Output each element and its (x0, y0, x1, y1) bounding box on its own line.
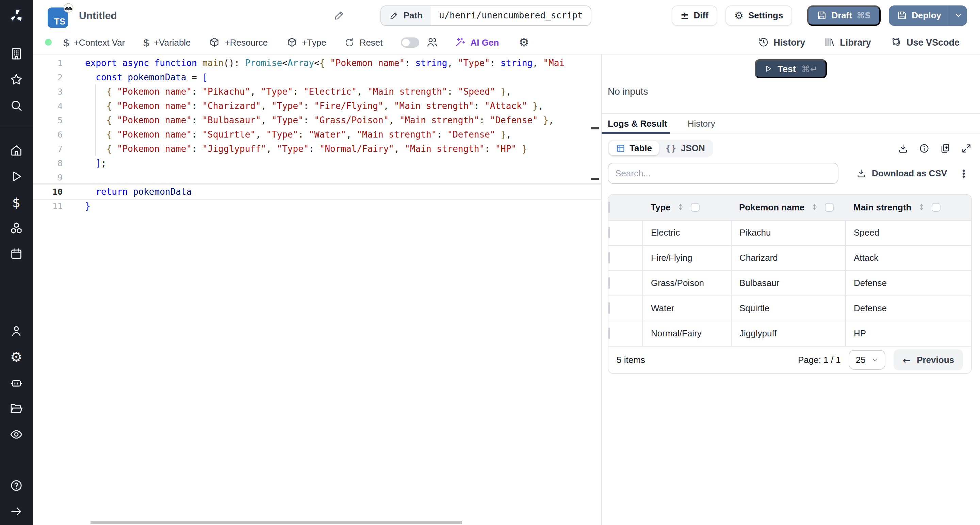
use-vscode-button[interactable]: Use VScode (890, 37, 959, 48)
content-split: 1export async function main(): Promise<A… (33, 54, 980, 525)
topbar: TS Untitled Path (33, 0, 980, 30)
sort-icon[interactable] (917, 203, 926, 212)
chevron-down-icon (872, 356, 879, 364)
page-size-select[interactable]: 25 (849, 350, 886, 370)
expand-icon[interactable] (961, 143, 972, 153)
diff-button[interactable]: ± Diff (671, 5, 717, 26)
table-cell: HP (845, 321, 971, 346)
dollar-icon: $ (63, 37, 69, 48)
row-checkbox[interactable] (608, 277, 610, 289)
code-line[interactable]: 9 (33, 170, 601, 185)
download-csv-button[interactable]: Download as CSV (856, 168, 947, 179)
help-icon[interactable] (0, 477, 33, 494)
test-shortcut: ⌘↵ (801, 64, 818, 74)
column-filter-box[interactable] (825, 203, 834, 212)
code-line[interactable]: 5 { "Pokemon name": "Bulbasaur", "Type":… (33, 113, 601, 127)
copy-clipboard-icon[interactable] (940, 143, 951, 153)
home-icon[interactable] (0, 142, 33, 159)
assistant-toggle[interactable] (401, 37, 420, 47)
more-options-kebab-icon[interactable] (958, 168, 969, 179)
code-editor[interactable]: 1export async function main(): Promise<A… (33, 54, 601, 213)
search-icon[interactable] (0, 97, 33, 114)
overview-ruler-mark (591, 127, 599, 129)
user-icon[interactable] (0, 323, 33, 339)
info-icon[interactable] (919, 143, 930, 153)
code-line[interactable]: 10 return pokemonData (33, 185, 601, 199)
table-row: Fire/FlyingCharizardAttack (608, 245, 971, 270)
eye-icon[interactable] (0, 426, 33, 443)
row-checkbox[interactable] (608, 302, 610, 314)
folder-open-icon[interactable] (0, 401, 33, 417)
reset-button[interactable]: Reset (345, 37, 383, 47)
add-resource-button[interactable]: +Resource (209, 37, 268, 48)
robot-icon[interactable] (0, 375, 33, 391)
add-context-var-button[interactable]: $ +Context Var (63, 37, 125, 48)
row-checkbox[interactable] (608, 227, 610, 238)
code-line[interactable]: 11} (33, 199, 601, 213)
test-button[interactable]: Test ⌘↵ (754, 59, 827, 78)
previous-page-button[interactable]: ← Previous (894, 349, 963, 370)
code-line[interactable]: 4 { "Pokemon name": "Charizard", "Type":… (33, 99, 601, 113)
line-number: 5 (33, 113, 63, 127)
draft-button[interactable]: Draft ⌘S (807, 5, 880, 26)
line-number: 3 (33, 85, 63, 99)
view-json-button[interactable]: {} JSON (659, 141, 712, 155)
mascot-emoji-icon (62, 0, 75, 16)
ai-gen-button[interactable]: AI Gen (455, 37, 499, 48)
table-cell: Pikachu (731, 220, 845, 245)
add-variable-button[interactable]: $ +Variable (143, 37, 191, 48)
code-line[interactable]: 6 { "Pokemon name": "Squirtle", "Type": … (33, 127, 601, 142)
download-result-icon[interactable] (898, 143, 908, 153)
tab-logs-result[interactable]: Logs & Result (608, 118, 667, 128)
line-number: 8 (33, 156, 63, 170)
history-button[interactable]: History (758, 37, 805, 48)
schedules-calendar-icon[interactable] (0, 246, 33, 262)
column-filter-box[interactable] (932, 203, 940, 212)
windmill-logo[interactable] (0, 0, 33, 30)
code-line[interactable]: 7 { "Pokemon name": "Jigglypuff", "Type"… (33, 142, 601, 156)
select-all-checkbox[interactable] (608, 201, 610, 213)
library-button[interactable]: Library (824, 37, 871, 48)
code-text: { "Pokemon name": "Jigglypuff", "Type": … (85, 142, 527, 156)
code-line[interactable]: 2 const pokemonData = [ (33, 70, 601, 85)
row-checkbox[interactable] (608, 328, 610, 340)
runs-play-icon[interactable] (0, 168, 33, 185)
sort-icon[interactable] (811, 203, 819, 212)
braces-icon: {} (666, 143, 677, 153)
column-header-type: Type (651, 202, 671, 212)
save-icon (816, 10, 827, 21)
deploy-dropdown-button[interactable] (950, 5, 967, 26)
toolbar-right-group: History Library Use VScode (758, 37, 959, 48)
resources-cubes-icon[interactable] (0, 220, 33, 236)
settings-gear-icon[interactable]: ⚙ (0, 349, 33, 365)
sort-icon[interactable] (677, 203, 685, 212)
table-header-row: Type Pokemon name Ma (608, 195, 971, 220)
multiplayer-users-icon[interactable] (426, 36, 439, 48)
tab-history[interactable]: History (688, 118, 715, 128)
view-table-button[interactable]: Table (609, 141, 659, 155)
deploy-button[interactable]: Deploy (888, 5, 949, 26)
path-field[interactable]: Path u/henri/unencumbered_script (380, 5, 592, 26)
column-filter-box[interactable] (691, 203, 700, 212)
sidebar-divider (0, 127, 33, 127)
history-clock-icon (758, 37, 769, 48)
row-checkbox[interactable] (608, 252, 610, 263)
path-value[interactable]: u/henri/unencumbered_script (431, 6, 591, 25)
code-text: ]; (85, 156, 107, 170)
items-count: 5 items (617, 355, 645, 365)
edit-summary-pencil-icon[interactable] (334, 10, 345, 21)
code-line[interactable]: 3 { "Pokemon name": "Pikachu", "Type": "… (33, 85, 601, 99)
code-line[interactable]: 1export async function main(): Promise<A… (33, 56, 601, 70)
code-line[interactable]: 8 ]; (33, 156, 601, 170)
search-input[interactable] (608, 163, 838, 184)
collapse-arrow-icon[interactable] (0, 503, 33, 520)
settings-button[interactable]: ⚙ Settings (725, 5, 792, 26)
building-icon[interactable] (0, 46, 33, 62)
editor-settings-gear-icon[interactable]: ⚙ (519, 35, 529, 49)
star-icon[interactable] (0, 72, 33, 88)
editor-toolbar: $ +Context Var $ +Variable +Resource +Ty… (33, 30, 980, 54)
variables-dollar-icon[interactable]: $ (0, 194, 33, 211)
table-cell: Electric (643, 220, 731, 245)
horizontal-scrollbar[interactable] (91, 521, 462, 524)
add-type-button[interactable]: +Type (286, 37, 326, 48)
